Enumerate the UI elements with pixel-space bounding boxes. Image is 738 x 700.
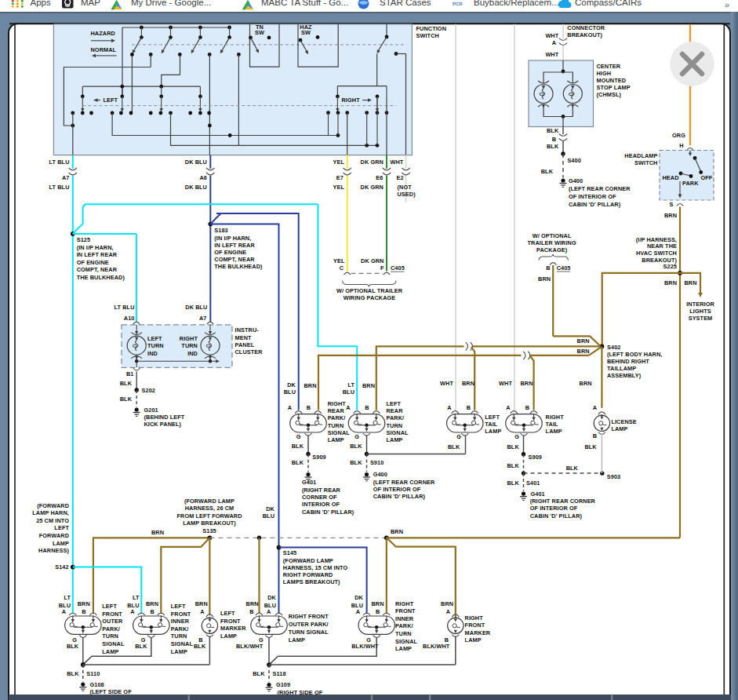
svg-text:TURN: TURN <box>387 422 403 429</box>
svg-text:B: B <box>82 608 85 615</box>
svg-text:S910: S910 <box>370 459 384 466</box>
svg-text:W/ OPTIONAL TRAILER: W/ OPTIONAL TRAILER <box>336 287 403 294</box>
svg-text:INNER: INNER <box>171 618 190 625</box>
svg-text:OF INTERIOR OF: OF INTERIOR OF <box>530 505 578 512</box>
svg-text:LAMP: LAMP <box>611 425 627 432</box>
svg-text:B: B <box>249 608 253 615</box>
svg-text:CLUSTER: CLUSTER <box>235 348 264 355</box>
svg-text:S202: S202 <box>142 387 155 394</box>
svg-text:BLU: BLU <box>343 388 354 396</box>
svg-text:S909: S909 <box>312 454 325 461</box>
svg-text:RIGHT: RIGHT <box>328 400 347 407</box>
svg-text:MOUNTED: MOUNTED <box>597 77 627 84</box>
svg-text:LT BLU: LT BLU <box>49 184 70 191</box>
svg-text:BLK: BLK <box>292 459 304 466</box>
svg-text:B: B <box>365 404 369 411</box>
svg-text:BRN: BRN <box>304 382 317 389</box>
svg-text:INSTRU-: INSTRU- <box>235 326 260 334</box>
svg-text:B1: B1 <box>126 370 134 377</box>
svg-text:G: G <box>296 433 301 440</box>
svg-text:G201: G201 <box>144 407 158 414</box>
svg-text:LAMPS BREAKOUT): LAMPS BREAKOUT) <box>283 578 340 585</box>
svg-text:OFF: OFF <box>701 174 713 181</box>
svg-text:S400: S400 <box>567 157 580 164</box>
svg-text:BLK: BLK <box>67 643 79 650</box>
svg-text:LT BLU: LT BLU <box>115 304 135 311</box>
svg-text:G108: G108 <box>90 681 104 688</box>
svg-text:S401: S401 <box>526 479 540 487</box>
svg-text:YEL: YEL <box>333 159 345 166</box>
svg-text:LAMP BREAKOUT): LAMP BREAKOUT) <box>183 520 236 527</box>
svg-text:A7: A7 <box>199 315 207 322</box>
svg-text:LAMP: LAMP <box>220 633 237 640</box>
svg-text:BLK: BLK <box>507 462 520 469</box>
svg-text:FROM LEFT FORWARD: FROM LEFT FORWARD <box>176 512 242 520</box>
svg-text:(LEFT SIDE OF: (LEFT SIDE OF <box>90 688 133 695</box>
svg-text:A: A <box>62 608 67 615</box>
svg-text:BRN: BRN <box>577 348 590 355</box>
svg-text:CABIN 'D' PILLAR): CABIN 'D' PILLAR) <box>530 512 583 520</box>
svg-text:(LEFT BODY HARN,: (LEFT BODY HARN, <box>607 351 662 358</box>
svg-text:BLK: BLK <box>350 459 362 466</box>
svg-text:NEAR THE: NEAR THE <box>647 242 677 250</box>
svg-text:(RIGHT REAR: (RIGHT REAR <box>302 487 341 494</box>
svg-text:TAIL: TAIL <box>546 421 559 428</box>
svg-text:DK: DK <box>354 594 363 601</box>
svg-text:LEFT: LEFT <box>147 335 162 342</box>
svg-text:LAMP: LAMP <box>171 648 187 655</box>
svg-text:OUTER PARK/: OUTER PARK/ <box>289 621 329 628</box>
svg-text:OUTER: OUTER <box>102 618 123 625</box>
svg-text:A: A <box>506 404 511 411</box>
svg-text:OF ENGINE: OF ENGINE <box>77 259 109 266</box>
svg-text:LEFT: LEFT <box>102 603 117 610</box>
svg-text:G401: G401 <box>302 479 316 486</box>
svg-text:PACKAGE): PACKAGE) <box>536 246 568 253</box>
svg-text:RIGHT: RIGHT <box>465 614 484 622</box>
svg-text:BLK: BLK <box>194 643 206 650</box>
svg-text:BLK: BLK <box>507 443 520 450</box>
svg-text:TRAILER WIRING: TRAILER WIRING <box>527 239 576 246</box>
svg-text:A: A <box>552 39 557 46</box>
svg-text:BRN: BRN <box>462 380 474 387</box>
svg-text:BRN: BRN <box>664 279 677 286</box>
svg-text:KICK PANEL): KICK PANEL) <box>144 421 182 428</box>
svg-text:THE BULKHEAD): THE BULKHEAD) <box>214 263 263 270</box>
svg-text:A7: A7 <box>62 174 70 181</box>
svg-text:BRN: BRN <box>664 212 677 219</box>
svg-text:RIGHT: RIGHT <box>395 600 414 607</box>
svg-text:CABIN 'D' PILLAR): CABIN 'D' PILLAR) <box>569 201 621 208</box>
svg-text:INTERIOR: INTERIOR <box>686 301 714 308</box>
svg-text:(LEFT REAR CORNER: (LEFT REAR CORNER <box>569 185 631 192</box>
svg-text:MARKER: MARKER <box>465 629 491 636</box>
svg-text:PARK/: PARK/ <box>387 414 405 421</box>
svg-text:PANEL: PANEL <box>235 341 255 348</box>
svg-text:WHT: WHT <box>545 32 558 39</box>
svg-text:LAMP HARN,: LAMP HARN, <box>32 509 69 516</box>
svg-text:LEFT: LEFT <box>54 524 69 531</box>
svg-text:BLK: BLK <box>350 443 362 450</box>
svg-text:BLK: BLK <box>541 168 554 175</box>
svg-text:BLK: BLK <box>566 465 579 472</box>
svg-text:LT BLU: LT BLU <box>49 159 70 166</box>
svg-text:BLK: BLK <box>584 443 597 450</box>
svg-text:B: B <box>150 608 154 615</box>
svg-text:DK GRN: DK GRN <box>361 257 384 264</box>
svg-text:LEFT: LEFT <box>220 610 235 617</box>
svg-text:OF INTERIOR OF: OF INTERIOR OF <box>569 193 616 200</box>
svg-text:S183: S183 <box>214 227 227 234</box>
svg-text:LAMP: LAMP <box>102 648 118 655</box>
svg-text:FUNCTION: FUNCTION <box>416 25 447 32</box>
svg-text:(LEFT REAR CORNER: (LEFT REAR CORNER <box>373 479 435 486</box>
svg-text:BLU: BLU <box>263 512 274 520</box>
svg-text:LIGHTS: LIGHTS <box>689 308 711 315</box>
svg-text:REAR: REAR <box>328 407 345 414</box>
svg-text:PARK/: PARK/ <box>328 414 346 421</box>
svg-text:BRN: BRN <box>246 600 259 607</box>
svg-text:TURN: TURN <box>147 342 164 349</box>
svg-text:BRN: BRN <box>521 380 533 387</box>
svg-text:BREAKOUT): BREAKOUT) <box>567 31 602 38</box>
svg-text:REAR: REAR <box>387 407 404 414</box>
svg-text:WHT: WHT <box>545 51 558 58</box>
svg-text:E7: E7 <box>336 174 344 181</box>
svg-text:A: A <box>346 404 351 411</box>
